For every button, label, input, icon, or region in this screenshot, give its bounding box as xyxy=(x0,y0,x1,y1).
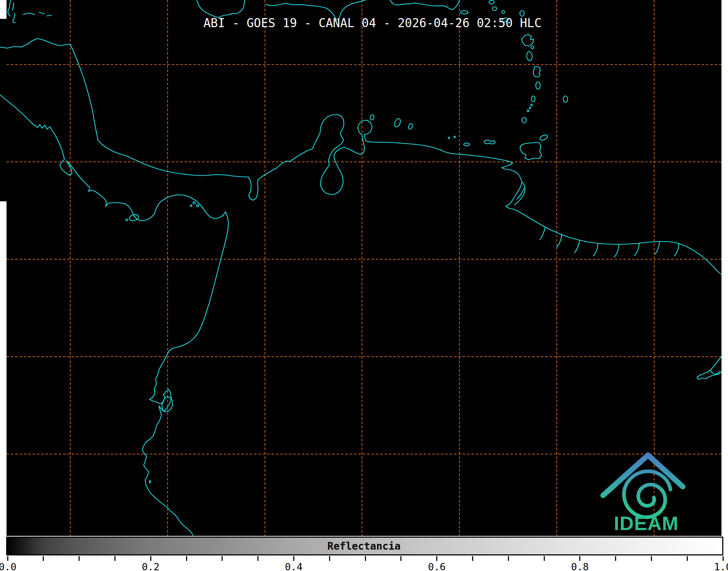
colorbar-tick xyxy=(579,556,580,561)
colorbar-tick xyxy=(329,556,330,561)
coastline-lesser-antilles xyxy=(522,34,568,141)
coastline-pacific-main xyxy=(0,95,228,535)
image-title: ABI - GOES 19 - CANAL 04 - 2026-04-26 02… xyxy=(203,16,542,30)
coastline-puna-island xyxy=(150,397,172,483)
coastline-topleft-fragments xyxy=(8,0,15,23)
colorbar-tick xyxy=(687,556,688,561)
colorbar-tick xyxy=(508,556,509,561)
colorbar-tick-label: 0.6 xyxy=(422,561,451,571)
colorbar-tick xyxy=(186,556,187,561)
colorbar-tick xyxy=(400,556,401,561)
colorbar-tick-label: 0.8 xyxy=(565,561,594,571)
colorbar-tick xyxy=(79,556,80,561)
colorbar-tick xyxy=(365,556,366,561)
colorbar-tick xyxy=(150,556,151,561)
colorbar-tick xyxy=(615,556,616,561)
colorbar-tick xyxy=(651,556,652,561)
colorbar-tick xyxy=(472,556,473,561)
colorbar-tick-label: 1.0 xyxy=(708,561,728,571)
right-margin xyxy=(721,0,728,536)
coastline-hispaniola-east xyxy=(390,0,459,9)
colorbar-tick-label: 0.2 xyxy=(136,561,165,571)
colorbar-tick xyxy=(114,556,115,561)
ideam-mountain-spiral-icon xyxy=(603,455,683,517)
colorbar-tick xyxy=(222,556,223,561)
coastline-trinidad xyxy=(520,143,542,160)
colorbar-tick xyxy=(7,556,8,561)
colorbar-tick xyxy=(544,556,545,561)
colorbar-tick-label: 0.4 xyxy=(279,561,308,571)
colorbar-tick-label: 0.0 xyxy=(0,561,22,571)
colorbar-label: Reflectancia xyxy=(0,540,728,552)
coastline-caribbean-main xyxy=(0,38,721,274)
coastline-amazon-fragment xyxy=(697,357,721,379)
left-margin xyxy=(0,201,7,536)
coastline-puertorico-fragment xyxy=(460,11,468,14)
coastline-venezuela-islands xyxy=(448,136,495,146)
coastline-abc-islands xyxy=(370,114,413,130)
colorbar-tick xyxy=(436,556,437,561)
satellite-map-canvas: ABI - GOES 19 - CANAL 04 - 2026-04-26 02… xyxy=(0,0,728,536)
colorbar-tick xyxy=(293,556,294,561)
coastline-jamaica xyxy=(197,0,245,17)
coastline-bay-islands xyxy=(23,12,51,16)
ideam-logo-text: IDEAM xyxy=(594,512,699,534)
coastline-guyana-barbs xyxy=(540,227,679,257)
colorbar-tick xyxy=(257,556,258,561)
colorbar-tick xyxy=(43,556,44,561)
left-margin-top xyxy=(0,0,7,19)
colorbar-tick xyxy=(723,556,724,561)
colorbar-axis: 0.00.20.40.60.81.0 xyxy=(0,555,728,571)
